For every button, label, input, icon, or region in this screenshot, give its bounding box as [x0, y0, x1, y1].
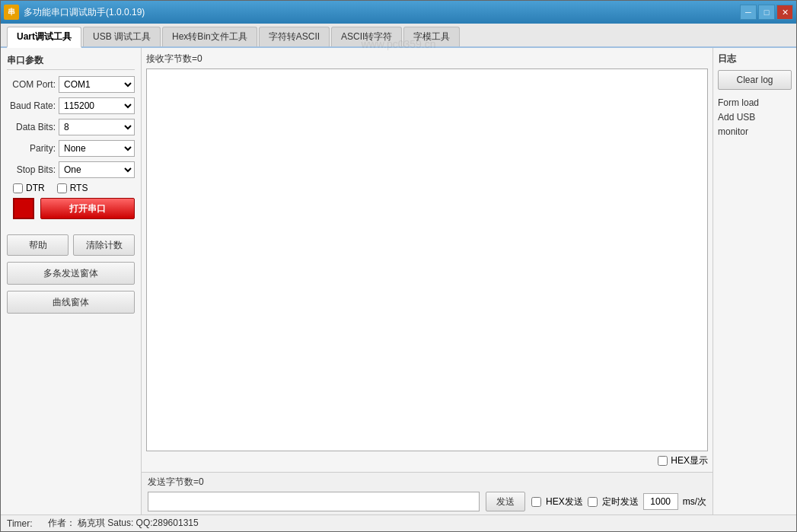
- content-area: 串口参数 COM Port: COM1 COM2 COM3 COM4 Baud …: [1, 48, 796, 514]
- app-icon: 串: [4, 5, 19, 20]
- clear-log-button[interactable]: Clear log: [718, 70, 792, 90]
- open-port-row: 打开串口: [7, 198, 135, 219]
- title-text: 多功能串口调试助手(1.0.0.19): [24, 6, 145, 19]
- left-panel: 串口参数 COM Port: COM1 COM2 COM3 COM4 Baud …: [1, 48, 142, 514]
- hex-display-row: HEX显示: [146, 454, 708, 467]
- log-title: 日志: [718, 53, 792, 65]
- timed-send-checkbox[interactable]: [588, 497, 598, 507]
- author-text: 作者： 杨克琪 Satus: QQ:289601315: [48, 517, 199, 530]
- center-panel: 接收字节数=0 HEX显示: [142, 48, 713, 472]
- stop-bits-row: Stop Bits: One Two: [7, 161, 135, 178]
- log-entry-2: monitor: [718, 125, 792, 139]
- send-row: 发送 HEX发送 定时发送 1000 ms/次: [148, 492, 706, 511]
- hex-display-checkbox[interactable]: [658, 456, 668, 466]
- help-button[interactable]: 帮助: [7, 234, 69, 256]
- parity-select[interactable]: None Odd Even: [59, 140, 135, 157]
- app-window: 串 多功能串口调试助手(1.0.0.19) ─ □ ✕ Uart调试工具 USB…: [0, 0, 797, 532]
- data-bits-select[interactable]: 5 6 7 8: [59, 119, 135, 135]
- hex-send-checkbox[interactable]: [531, 497, 541, 507]
- multi-send-button[interactable]: 多条发送窗体: [7, 262, 135, 285]
- curve-window-button[interactable]: 曲线窗体: [7, 291, 135, 314]
- rts-checkbox[interactable]: [57, 183, 67, 193]
- log-entries: Form load Add USB monitor: [718, 96, 792, 140]
- stop-bits-label: Stop Bits:: [7, 164, 59, 175]
- stop-bits-select[interactable]: One Two: [59, 161, 135, 178]
- open-port-button[interactable]: 打开串口: [40, 198, 135, 219]
- interval-unit: ms/次: [683, 495, 706, 508]
- tab-hex[interactable]: Hex转Bin文件工具: [162, 27, 257, 46]
- minimize-button[interactable]: ─: [740, 5, 757, 20]
- content-main: 串口参数 COM Port: COM1 COM2 COM3 COM4 Baud …: [1, 48, 796, 514]
- close-button[interactable]: ✕: [776, 5, 793, 20]
- baud-rate-label: Baud Rate:: [7, 100, 59, 111]
- data-bits-row: Data Bits: 5 6 7 8: [7, 119, 135, 135]
- tab-ascii2char[interactable]: ASCII转字符: [331, 27, 402, 46]
- com-port-row: COM Port: COM1 COM2 COM3 COM4: [7, 76, 135, 93]
- tab-usb[interactable]: USB 调试工具: [83, 27, 161, 46]
- hex-display-label: HEX显示: [671, 454, 708, 467]
- send-button[interactable]: 发送: [486, 492, 525, 511]
- log-entry-0: Form load: [718, 96, 792, 110]
- parity-label: Parity:: [7, 143, 59, 154]
- dtr-rts-row: DTR RTS: [7, 183, 135, 193]
- title-bar: 串 多功能串口调试助手(1.0.0.19) ─ □ ✕: [1, 1, 796, 24]
- tab-uart[interactable]: Uart调试工具: [7, 27, 81, 48]
- right-panel: 日志 Clear log Form load Add USB monitor: [713, 48, 796, 514]
- tab-bar: Uart调试工具 USB 调试工具 Hex转Bin文件工具 字符转ASCII A…: [1, 24, 796, 48]
- timer-label: Timer:: [7, 518, 33, 529]
- maximize-button[interactable]: □: [758, 5, 775, 20]
- send-options: HEX发送 定时发送 1000 ms/次: [531, 493, 706, 510]
- data-bits-label: Data Bits:: [7, 122, 59, 132]
- clear-count-button[interactable]: 清除计数: [73, 234, 135, 256]
- interval-input[interactable]: 1000: [643, 493, 678, 510]
- baud-rate-row: Baud Rate: 9600 19200 38400 57600 115200: [7, 97, 135, 114]
- send-header: 发送字节数=0: [148, 476, 706, 489]
- help-clear-row: 帮助 清除计数: [7, 234, 135, 256]
- timed-send-label: 定时发送: [602, 495, 639, 508]
- title-bar-controls: ─ □ ✕: [740, 5, 793, 20]
- rts-checkbox-label[interactable]: RTS: [57, 183, 88, 193]
- status-bar: Timer: 作者： 杨克琪 Satus: QQ:289601315: [1, 514, 796, 531]
- receive-textarea[interactable]: [146, 68, 708, 451]
- serial-params-title: 串口参数: [7, 54, 135, 70]
- com-port-select[interactable]: COM1 COM2 COM3 COM4: [59, 76, 135, 93]
- tab-font[interactable]: 字模工具: [403, 27, 460, 46]
- receive-header: 接收字节数=0: [146, 53, 708, 65]
- title-bar-left: 串 多功能串口调试助手(1.0.0.19): [4, 5, 145, 20]
- dtr-checkbox-label[interactable]: DTR: [13, 183, 45, 193]
- hex-send-label: HEX发送: [546, 495, 583, 508]
- port-status-light[interactable]: [13, 198, 34, 219]
- bottom-panel: 发送字节数=0 发送 HEX发送 定时发送 1000 ms/次: [142, 472, 713, 514]
- log-entry-1: Add USB: [718, 110, 792, 125]
- tab-char2ascii[interactable]: 字符转ASCII: [259, 27, 330, 46]
- com-port-label: COM Port:: [7, 79, 59, 90]
- parity-row: Parity: None Odd Even: [7, 140, 135, 157]
- send-input[interactable]: [148, 492, 480, 511]
- baud-rate-select[interactable]: 9600 19200 38400 57600 115200: [59, 97, 135, 114]
- dtr-checkbox[interactable]: [13, 183, 23, 193]
- center-and-bottom: 接收字节数=0 HEX显示 发送字节数=0 发送 H: [142, 48, 713, 514]
